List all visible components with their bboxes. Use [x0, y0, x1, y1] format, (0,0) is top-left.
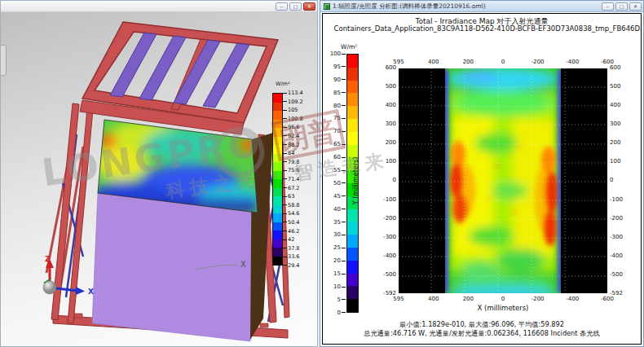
colorband: [273, 94, 282, 103]
x-annotation-label: X: [240, 260, 246, 269]
irradiance-map-canvas: [399, 68, 607, 293]
colorband: [347, 274, 358, 287]
model-canvas: X Z X: [1, 12, 317, 345]
colorband: [347, 299, 358, 312]
colorband: [273, 171, 282, 180]
colorband: [273, 231, 282, 239]
model-legend: W/m² 113.4109.2105100.896.692.488.28479.…: [271, 81, 316, 90]
colorband: [347, 222, 358, 235]
colorband: [273, 120, 282, 129]
colorband: [273, 154, 282, 163]
colorband: [273, 257, 282, 266]
colorband: [273, 205, 282, 214]
target-box: [92, 193, 258, 341]
colorband: [273, 103, 282, 112]
irradiance-map-window: 1:辐照度/光照度 分析图:(调料棒体录量20210916.oml) – ▢ ✕…: [320, 0, 644, 347]
model-viewport[interactable]: X Z X W/m² 113.: [1, 12, 317, 346]
window-icon: [324, 3, 330, 10]
y-ticks-right: 6005004003002001000-100-200-300-400-500-…: [610, 64, 633, 297]
colorband: [273, 222, 282, 231]
colorband: [347, 106, 358, 119]
maximize-button[interactable]: ▢: [615, 2, 628, 11]
y-axis-label: Y (millimeters): [352, 157, 359, 205]
colorband: [347, 55, 358, 68]
colorband: [347, 68, 358, 81]
colorband: [273, 248, 282, 257]
colorband: [347, 248, 358, 261]
x-ticks-bottom: 5954002000-200-400-600: [387, 296, 619, 303]
minimize-button[interactable]: –: [602, 2, 614, 11]
colorband: [273, 162, 282, 171]
irradiance-titlebar[interactable]: 1:辐照度/光照度 分析图:(调料棒体录量20210916.oml) – ▢ ✕: [320, 1, 643, 12]
colorband: [273, 213, 282, 222]
colorband: [273, 188, 282, 197]
model-legend-unit: W/m²: [276, 81, 316, 87]
colorband: [347, 209, 358, 222]
model-view-window: – ▢ ✕: [0, 0, 318, 347]
model-legend-colorbar: [272, 93, 283, 266]
model-legend-labels: 113.4109.2105100.896.692.488.28479.875.6…: [283, 90, 303, 269]
y-ticks-left: 6005004003002001000-100-200-300-400-500-…: [373, 64, 396, 297]
colorband: [347, 261, 358, 274]
colorband: [273, 145, 282, 154]
colorband: [273, 196, 282, 205]
irradiance-window-title: 1:辐照度/光照度 分析图:(调料棒体录量20210916.oml): [333, 2, 602, 11]
close-button[interactable]: ✕: [303, 2, 315, 11]
map-legend-unit: W/m²: [341, 43, 357, 51]
map-subtitle: Containers_Data_Application_83C9A118-D56…: [322, 24, 642, 33]
colorband: [347, 119, 358, 132]
x-axis-label: X (millimeters): [399, 304, 607, 312]
colorband: [347, 286, 358, 299]
colorband: [273, 179, 282, 188]
triad-z-label: Z: [45, 255, 51, 263]
colorband: [347, 145, 358, 158]
colorband: [273, 128, 282, 137]
top-frame: [80, 22, 278, 134]
pane-splitter-handle[interactable]: [1, 45, 7, 76]
triad-x-label: X: [88, 288, 94, 296]
colorband: [347, 132, 358, 145]
colorband: [347, 235, 358, 248]
stats-line-2: 总光通量:46.716 W, 光通量/发射光通量:0.062364, 11660…: [323, 329, 641, 338]
colorband: [273, 239, 282, 248]
close-button[interactable]: ✕: [629, 2, 642, 11]
model-view-titlebar[interactable]: – ▢ ✕: [1, 1, 317, 12]
irradiance-plot[interactable]: [399, 68, 607, 293]
colorband: [273, 111, 282, 120]
minimize-button[interactable]: –: [276, 2, 288, 11]
colorband: [347, 93, 358, 106]
colorband: [347, 81, 358, 94]
irradiance-content: Total - Irradiance Map 对于入射光通量 Container…: [322, 13, 642, 345]
stats-line-1: 最小值:1.1829e-010, 最大值:96.096, 平均值:59.892: [323, 320, 641, 329]
maximize-button[interactable]: ▢: [289, 2, 302, 11]
x-ticks-top: 5954002000-200-400-600: [387, 59, 619, 66]
map-legend-labels: 1009590858075706560555045403530252015105…: [323, 51, 346, 316]
colorband: [273, 137, 282, 146]
